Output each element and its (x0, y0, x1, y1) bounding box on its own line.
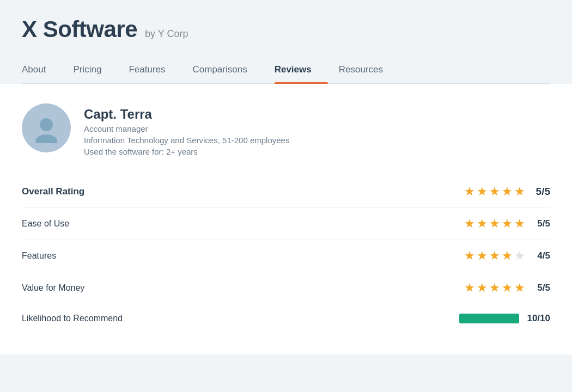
star-3: ★ (489, 249, 500, 263)
reviewer-company: Information Technology and Services, 51-… (84, 136, 289, 145)
avatar-icon (31, 113, 62, 143)
reviewer-usage: Used the software for: 2+ years (84, 147, 289, 156)
stars-features: ★★★★★ (464, 249, 525, 263)
svg-point-0 (40, 118, 53, 131)
star-3: ★ (489, 281, 500, 295)
star-4: ★ (502, 185, 513, 199)
star-2: ★ (477, 281, 488, 295)
star-2: ★ (477, 185, 488, 199)
rating-label-overall: Overall Rating (22, 186, 84, 197)
rating-value-ease-of-use: 5/5 (533, 218, 550, 229)
header: X Software by Y Corp About Pricing Featu… (0, 0, 572, 84)
star-1: ★ (464, 249, 475, 263)
app-title: X Software (22, 16, 137, 42)
rating-right-features: ★★★★★4/5 (464, 249, 550, 263)
content-area: Capt. Terra Account manager Information … (0, 84, 572, 354)
star-2: ★ (477, 249, 488, 263)
star-1: ★ (464, 217, 475, 231)
rating-row-ease-of-use: Ease of Use★★★★★5/5 (22, 208, 550, 240)
by-company: by Y Corp (145, 28, 188, 40)
rating-value-overall: 5/5 (533, 186, 550, 198)
rating-row-value-for-money: Value for Money★★★★★5/5 (22, 272, 550, 304)
recommend-bar (459, 314, 519, 323)
reviewer-name: Capt. Terra (84, 107, 289, 122)
star-4: ★ (502, 281, 513, 295)
star-1: ★ (464, 281, 475, 295)
rating-row-overall: Overall Rating★★★★★5/5 (22, 176, 550, 208)
stars-value-for-money: ★★★★★ (464, 281, 525, 295)
star-5: ★ (514, 281, 525, 295)
nav-tabs: About Pricing Features Comparisons Revie… (22, 58, 550, 84)
star-1: ★ (464, 185, 475, 199)
star-3: ★ (489, 217, 500, 231)
tab-resources[interactable]: Resources (339, 58, 399, 83)
stars-ease-of-use: ★★★★★ (464, 217, 525, 231)
recommend-value: 10/10 (527, 313, 550, 324)
tab-about[interactable]: About (22, 58, 62, 83)
star-3: ★ (489, 185, 500, 199)
tab-pricing[interactable]: Pricing (73, 58, 118, 83)
title-row: X Software by Y Corp (22, 16, 550, 42)
reviewer-role: Account manager (84, 124, 289, 133)
stars-overall: ★★★★★ (464, 185, 525, 199)
rating-right-value-for-money: ★★★★★5/5 (464, 281, 550, 295)
tab-comparisons[interactable]: Comparisons (193, 58, 264, 83)
rating-right-likelihood: 10/10 (459, 313, 550, 324)
rating-right-ease-of-use: ★★★★★5/5 (464, 217, 550, 231)
star-5: ★ (514, 249, 525, 263)
recommend-bar-container: 10/10 (459, 313, 550, 324)
rating-label-ease-of-use: Ease of Use (22, 219, 69, 229)
rating-right-overall: ★★★★★5/5 (464, 185, 550, 199)
tab-features[interactable]: Features (129, 58, 181, 83)
rating-row-features: Features★★★★★4/5 (22, 240, 550, 272)
rating-label-value-for-money: Value for Money (22, 283, 84, 293)
star-5: ★ (514, 185, 525, 199)
ratings-list: Overall Rating★★★★★5/5Ease of Use★★★★★5/… (22, 176, 550, 333)
tab-reviews[interactable]: Reviews (275, 58, 328, 83)
rating-row-likelihood: Likelihood to Recommend10/10 (22, 304, 550, 333)
avatar (22, 103, 71, 152)
page-container: X Software by Y Corp About Pricing Featu… (0, 0, 572, 392)
star-4: ★ (502, 249, 513, 263)
reviewer-section: Capt. Terra Account manager Information … (22, 103, 550, 156)
svg-point-1 (35, 134, 57, 143)
rating-label-likelihood: Likelihood to Recommend (22, 314, 123, 323)
rating-value-value-for-money: 5/5 (533, 283, 550, 293)
star-2: ★ (477, 217, 488, 231)
reviewer-info: Capt. Terra Account manager Information … (84, 103, 289, 156)
star-4: ★ (502, 217, 513, 231)
rating-value-features: 4/5 (533, 250, 550, 261)
star-5: ★ (514, 217, 525, 231)
rating-label-features: Features (22, 251, 56, 261)
